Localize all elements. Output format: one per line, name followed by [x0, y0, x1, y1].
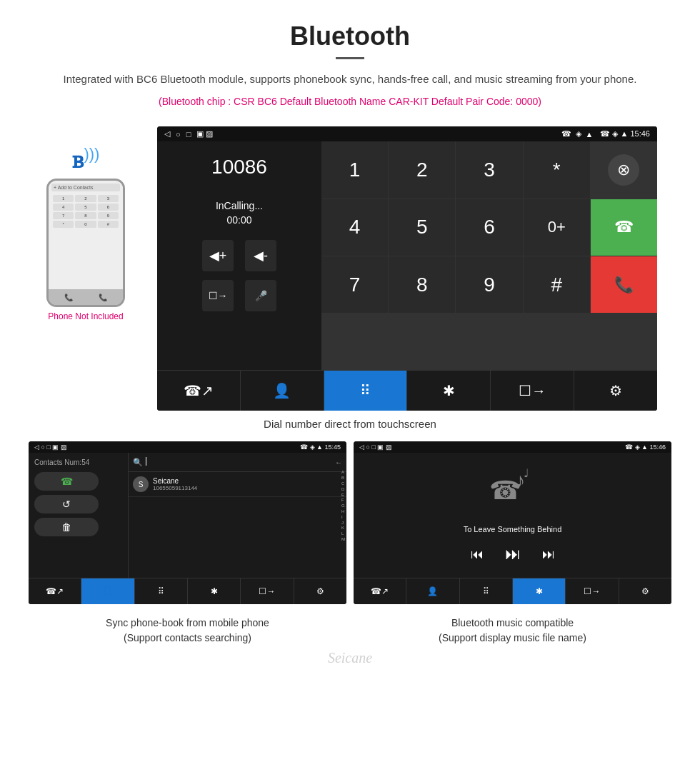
bt-symbol: ʙ	[72, 148, 84, 173]
bottom-screens: ◁ ○ □ ▣ ▨ ☎ ◈ ▲ 15:45 Contacts Num:54 ☎ …	[0, 441, 700, 604]
alpha-E[interactable]: E	[341, 493, 345, 498]
alpha-C[interactable]: C	[341, 481, 345, 487]
phone-key-4[interactable]: 4	[53, 204, 74, 211]
prev-track-button[interactable]: ⏮	[471, 547, 484, 562]
recents-icon: □	[186, 130, 191, 139]
key-5[interactable]: 5	[389, 199, 455, 256]
alpha-D[interactable]: D	[341, 487, 345, 493]
refresh-contacts-btn[interactable]: ↺	[34, 495, 99, 513]
phone-key-7[interactable]: 7	[53, 212, 74, 219]
end-call-button[interactable]: 📞	[591, 256, 657, 313]
key-0plus[interactable]: 0+	[524, 199, 590, 256]
alpha-F[interactable]: F	[341, 498, 345, 503]
contact-number: 10655059113144	[153, 485, 197, 491]
music-nav-contacts[interactable]: 👤	[406, 578, 459, 604]
contacts-nav-bt[interactable]: ✱	[188, 578, 241, 604]
music-nav-settings[interactable]: ⚙	[619, 578, 671, 604]
music-caption: Bluetooth music compatible (Support disp…	[354, 616, 671, 646]
contacts-content: Contacts Num:54 ☎ ↺ 🗑 🔍 ← S Seicane 1065…	[29, 453, 346, 578]
back-arrow-icon: ←	[335, 458, 342, 466]
contacts-screen: ◁ ○ □ ▣ ▨ ☎ ◈ ▲ 15:45 Contacts Num:54 ☎ …	[29, 441, 346, 604]
alpha-M[interactable]: M	[341, 537, 345, 543]
vol-down-button[interactable]: ◀-	[245, 240, 276, 271]
key-star[interactable]: *	[524, 141, 590, 198]
backspace-button[interactable]: ⊗	[608, 154, 639, 186]
play-pause-button[interactable]: ⏭	[505, 545, 521, 563]
alphabet-sidebar: A B C D E F G H I J K L M	[341, 470, 345, 542]
call-button[interactable]: ☎	[591, 199, 657, 256]
key-1[interactable]: 1	[321, 141, 388, 198]
contacts-nav-call[interactable]: ☎↗	[29, 578, 81, 604]
key-3[interactable]: 3	[456, 141, 522, 198]
back-icon: ◁	[164, 129, 170, 139]
phone-key-1[interactable]: 1	[53, 195, 74, 202]
music-nav-bluetooth[interactable]: ✱	[513, 578, 566, 604]
nav-transfer[interactable]: ☐→	[491, 371, 574, 411]
call-status-icon: ☎	[561, 129, 571, 139]
phone-key-9[interactable]: 9	[98, 212, 119, 219]
phone-key-5[interactable]: 5	[75, 204, 96, 211]
key-7[interactable]: 7	[321, 256, 388, 313]
alpha-A[interactable]: A	[341, 470, 345, 476]
contact-name: Seicane	[153, 477, 197, 485]
contacts-nav-people[interactable]: 👤	[81, 578, 134, 604]
music-art-icon: ☎ ♪ ♩	[488, 467, 538, 516]
contacts-status-right: ☎ ◈ ▲ 15:45	[300, 443, 341, 451]
dial-left-panel: 10086 InCalling... 00:00 ◀+ ◀- ☐→ 🎤	[157, 141, 321, 370]
mute-button[interactable]: 🎤	[245, 280, 276, 311]
extra-buttons: ☐→ 🎤	[202, 280, 276, 311]
nav-bluetooth[interactable]: ✱	[407, 371, 491, 411]
music-nav-grid[interactable]: ⠿	[460, 578, 513, 604]
dial-screen-container: ◁ ○ □ ▣ ▨ ☎ ◈ ▲ ☎ ◈ ▲ 15:46 10086 InCall…	[157, 126, 671, 411]
phone-key-8[interactable]: 8	[75, 212, 96, 219]
key-8[interactable]: 8	[389, 256, 455, 313]
alpha-J[interactable]: J	[341, 521, 345, 526]
dial-status-bar: ◁ ○ □ ▣ ▨ ☎ ◈ ▲ ☎ ◈ ▲ 15:46	[157, 126, 657, 141]
call-contact-btn[interactable]: ☎	[34, 472, 99, 491]
alpha-G[interactable]: G	[341, 503, 345, 509]
alpha-L[interactable]: L	[341, 531, 345, 537]
delete-contact-btn[interactable]: 🗑	[34, 518, 99, 536]
next-track-button[interactable]: ⏭	[542, 547, 555, 562]
svg-text:♩: ♩	[524, 467, 529, 479]
music-nav-call[interactable]: ☎↗	[354, 578, 406, 604]
search-icon: 🔍	[133, 458, 143, 467]
contact-info: Seicane 10655059113144	[153, 477, 197, 491]
contacts-nav-grid[interactable]: ⠿	[135, 578, 188, 604]
key-hash[interactable]: #	[524, 256, 590, 313]
dial-section: ʙ ))) + Add to Contacts 1 2 3 4 5 6 7 8 …	[0, 126, 700, 411]
phone-image: + Add to Contacts 1 2 3 4 5 6 7 8 9 * 0 …	[46, 179, 125, 307]
phone-key-star[interactable]: *	[53, 221, 74, 228]
music-nav-transfer[interactable]: ☐→	[566, 578, 619, 604]
contacts-caption-title: Sync phone-book from mobile phone	[106, 617, 269, 628]
nav-dialpad[interactable]: ⠿	[324, 371, 408, 411]
phone-key-hash[interactable]: #	[98, 221, 119, 228]
phone-key-2[interactable]: 2	[75, 195, 96, 202]
phone-key-6[interactable]: 6	[98, 204, 119, 211]
wifi-icon: ▲	[586, 130, 594, 139]
alpha-B[interactable]: B	[341, 476, 345, 481]
dial-caption: Dial number direct from touchscreen	[0, 418, 700, 430]
nav-call-log[interactable]: ☎↗	[157, 371, 241, 411]
vol-up-button[interactable]: ◀+	[202, 240, 234, 271]
alpha-H[interactable]: H	[341, 509, 345, 515]
key-9[interactable]: 9	[456, 256, 522, 313]
nav-settings[interactable]: ⚙	[574, 371, 657, 411]
contact-avatar: S	[133, 476, 149, 492]
call-timer: 00:00	[226, 214, 251, 226]
watermark-text: Seicane	[328, 650, 372, 666]
contacts-nav-settings[interactable]: ⚙	[294, 578, 346, 604]
nav-contacts[interactable]: 👤	[241, 371, 324, 411]
contacts-nav-transfer[interactable]: ☐→	[241, 578, 294, 604]
key-2[interactable]: 2	[389, 141, 455, 198]
key-6[interactable]: 6	[456, 199, 522, 256]
key-4[interactable]: 4	[321, 199, 388, 256]
contact-item-seicane[interactable]: S Seicane 10655059113144	[129, 472, 346, 497]
phone-key-0[interactable]: 0	[75, 221, 96, 228]
alpha-I[interactable]: I	[341, 515, 345, 521]
alpha-K[interactable]: K	[341, 526, 345, 531]
phone-key-3[interactable]: 3	[98, 195, 119, 202]
transfer-button[interactable]: ☐→	[202, 280, 234, 311]
contacts-bottom-nav: ☎↗ 👤 ⠿ ✱ ☐→ ⚙	[29, 578, 346, 604]
dial-content: 10086 InCalling... 00:00 ◀+ ◀- ☐→ 🎤 1	[157, 141, 657, 370]
